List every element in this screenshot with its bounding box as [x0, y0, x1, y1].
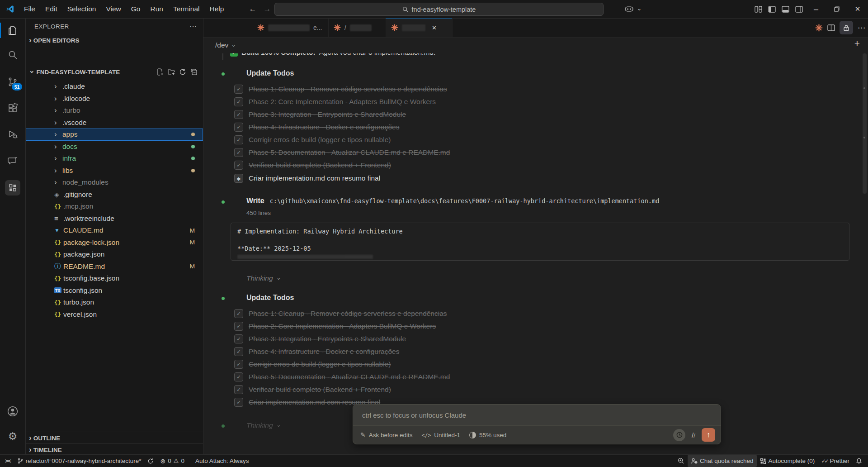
- menu-item[interactable]: Go: [126, 3, 146, 15]
- activity-source-control[interactable]: 51: [0, 71, 25, 92]
- edit-mode-selector[interactable]: Ask before edits: [360, 431, 413, 438]
- scrollbar-marker: [863, 87, 865, 89]
- activity-account[interactable]: [0, 401, 25, 422]
- tree-item[interactable]: turbo.json: [25, 296, 203, 309]
- new-folder-icon[interactable]: [168, 68, 175, 76]
- menu-item[interactable]: Terminal: [168, 3, 205, 15]
- activity-run-debug[interactable]: [0, 124, 25, 145]
- git-status-dot: [191, 133, 195, 136]
- activity-search[interactable]: [0, 44, 25, 65]
- slash-command-icon[interactable]: /: [692, 431, 695, 439]
- todo-text: Phase 5: Documentation - Atualizar CLAUD…: [249, 373, 450, 381]
- tree-item[interactable]: .turbo: [25, 105, 203, 117]
- prettier-item[interactable]: Prettier: [818, 455, 853, 467]
- file-name: libs: [62, 167, 73, 175]
- timeline-section[interactable]: TIMELINE: [25, 443, 203, 456]
- extensions-icon: [7, 103, 18, 114]
- toggle-sidebar-icon[interactable]: [765, 0, 778, 18]
- menu-item[interactable]: Selection: [62, 3, 101, 15]
- tree-item[interactable]: .claude: [25, 81, 203, 93]
- explorer-more-actions-icon[interactable]: [189, 22, 197, 30]
- minimize-button[interactable]: [806, 0, 826, 18]
- notifications-item[interactable]: [853, 455, 865, 467]
- open-editors-section[interactable]: OPEN EDITORS: [25, 34, 203, 46]
- tree-item[interactable]: node_modules: [25, 176, 203, 189]
- file-name: vercel.json: [63, 310, 97, 319]
- todo-text: Verificar build completo (Backend + Fron…: [249, 386, 391, 394]
- tree-item[interactable]: .gitignore: [25, 189, 203, 201]
- menu-item[interactable]: Help: [205, 3, 229, 15]
- command-center-search[interactable]: fnd-easyflow-template: [274, 3, 604, 16]
- breadcrumb[interactable]: /dev: [203, 37, 868, 53]
- error-count: 0: [168, 457, 171, 464]
- tree-item[interactable]: apps: [25, 129, 203, 141]
- new-file-icon[interactable]: [156, 68, 164, 76]
- breadcrumb-item[interactable]: /dev: [215, 41, 228, 49]
- tree-item[interactable]: .worktreeinclude: [25, 213, 203, 225]
- code-line: # Implementation: Railway Hybrid Archite…: [237, 228, 403, 235]
- new-session-icon[interactable]: [854, 38, 860, 49]
- tree-item[interactable]: infra: [25, 152, 203, 165]
- activity-chat[interactable]: [0, 150, 25, 171]
- outline-section[interactable]: OUTLINE: [25, 432, 203, 444]
- menu-item[interactable]: File: [19, 3, 40, 15]
- menu-item[interactable]: View: [101, 3, 126, 15]
- activity-extensions[interactable]: [0, 98, 25, 119]
- problems-item[interactable]: 0 0: [157, 455, 187, 467]
- customize-layout-icon[interactable]: [751, 0, 765, 18]
- tab-3-active[interactable]: [386, 18, 453, 37]
- history-clock-icon[interactable]: [673, 429, 685, 441]
- chat-quota-item[interactable]: Chat quota reached: [688, 455, 757, 467]
- editor-scrollbar[interactable]: [863, 53, 867, 194]
- split-editor-icon[interactable]: [827, 24, 835, 31]
- checked-checkbox-icon: [234, 123, 243, 132]
- tree-item[interactable]: .kilocode: [25, 93, 203, 105]
- tree-item[interactable]: .vscode: [25, 117, 203, 129]
- tree-item[interactable]: README.md M: [25, 261, 203, 273]
- zoom-indicator[interactable]: [675, 455, 688, 467]
- tree-item[interactable]: CLAUDE.md M: [25, 224, 203, 237]
- claude-asterisk-icon[interactable]: [815, 24, 823, 32]
- copilot-icon[interactable]: [622, 0, 636, 18]
- chevron-down-icon: [231, 41, 236, 49]
- context-file-chip[interactable]: Untitled-1: [422, 432, 461, 438]
- tab-1[interactable]: e...: [252, 18, 329, 37]
- toggle-panel-icon[interactable]: [778, 0, 792, 18]
- tab-2[interactable]: /: [328, 18, 386, 37]
- git-branch-item[interactable]: refactor/F0007-railway-hybrid-architectu…: [14, 455, 145, 467]
- tree-item[interactable]: vercel.json: [25, 309, 203, 321]
- settings-gear-icon[interactable]: [0, 426, 25, 447]
- chat-input[interactable]: ctrl esc to focus or unfocus Claude: [353, 405, 721, 426]
- tree-item[interactable]: docs: [25, 141, 203, 153]
- collapse-all-icon[interactable]: [190, 68, 198, 76]
- toggle-secondary-sidebar-icon[interactable]: [792, 0, 806, 18]
- workspace-section[interactable]: FND-EASYFLOW-TEMPLATE: [25, 66, 203, 78]
- thinking-toggle[interactable]: Thinking: [246, 274, 281, 282]
- tree-item[interactable]: package-lock.json M: [25, 237, 203, 249]
- remote-indicator[interactable]: [2, 455, 14, 467]
- editor-lock-icon[interactable]: [840, 21, 853, 34]
- copilot-dropdown-icon[interactable]: [636, 0, 643, 18]
- auto-attach-item[interactable]: Auto Attach: Always: [192, 455, 252, 467]
- tree-item[interactable]: tsconfig.json: [25, 285, 203, 297]
- restore-button[interactable]: [826, 0, 847, 18]
- autocomplete-item[interactable]: Autocomplete (0): [757, 455, 818, 467]
- close-tab-icon[interactable]: [432, 24, 437, 31]
- nav-forward-icon[interactable]: →: [261, 3, 274, 15]
- more-actions-icon[interactable]: [858, 23, 865, 33]
- close-window-button[interactable]: [847, 0, 868, 18]
- menu-item[interactable]: Run: [145, 3, 168, 15]
- thinking-toggle[interactable]: Thinking: [246, 421, 281, 429]
- nav-back-icon[interactable]: ←: [246, 3, 259, 15]
- tree-item[interactable]: libs: [25, 165, 203, 177]
- tree-item[interactable]: tsconfig.base.json: [25, 272, 203, 285]
- send-button[interactable]: [702, 428, 715, 442]
- sync-item[interactable]: [144, 455, 157, 467]
- scrollbar-marker: [863, 137, 865, 138]
- tree-item[interactable]: .mcp.json: [25, 200, 203, 213]
- activity-explorer[interactable]: [0, 20, 25, 41]
- refresh-icon[interactable]: [179, 68, 186, 76]
- tree-item[interactable]: package.json: [25, 248, 203, 261]
- activity-kilocode[interactable]: [0, 177, 25, 198]
- menu-item[interactable]: Edit: [40, 3, 62, 15]
